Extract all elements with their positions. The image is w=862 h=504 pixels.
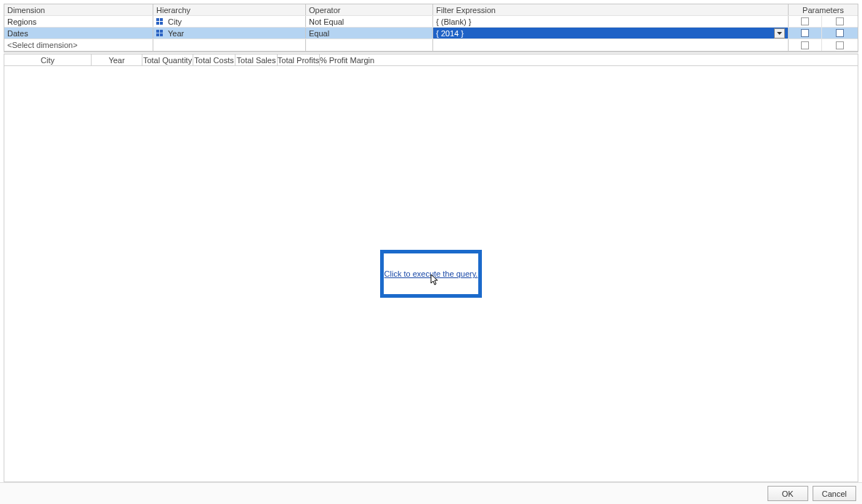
- cell-expression[interactable]: { (Blank) }: [433, 16, 789, 27]
- cancel-button[interactable]: Cancel: [813, 486, 856, 501]
- cell-operator-empty[interactable]: [306, 39, 433, 51]
- col-header-operator[interactable]: Operator: [306, 4, 433, 15]
- cell-param-check1[interactable]: [789, 28, 822, 38]
- col-total-sales[interactable]: Total Sales: [235, 54, 278, 65]
- svg-marker-0: [777, 32, 782, 35]
- cell-hierarchy-text: Year: [168, 29, 184, 38]
- dialog-root: Dimension Hierarchy Operator Filter Expr…: [0, 0, 862, 504]
- col-total-profits[interactable]: Total Profits: [278, 54, 320, 65]
- cell-hierarchy[interactable]: City: [153, 16, 306, 27]
- col-city[interactable]: City: [4, 54, 92, 65]
- cell-operator[interactable]: Not Equal: [306, 16, 433, 27]
- col-profit-margin[interactable]: % Profit Margin: [320, 54, 374, 65]
- cell-param-check1[interactable]: [789, 16, 822, 27]
- preview-pane: City Year Total Quantity Total Costs Tot…: [4, 54, 858, 482]
- cell-param-check2[interactable]: [822, 28, 858, 38]
- cell-expression-editor[interactable]: { 2014 }: [433, 28, 789, 38]
- checkbox-icon[interactable]: [801, 29, 809, 37]
- chevron-down-icon: [777, 32, 782, 35]
- col-total-costs[interactable]: Total Costs: [193, 54, 235, 65]
- cell-dimension[interactable]: Dates: [4, 28, 153, 38]
- cell-param-check1[interactable]: [789, 39, 822, 51]
- execute-box: Click to execute the query.: [380, 250, 482, 298]
- execute-query-text: Click to execute the query.: [384, 269, 478, 278]
- cell-expression-empty[interactable]: [433, 39, 789, 51]
- ok-button[interactable]: OK: [768, 486, 808, 501]
- col-total-quantity[interactable]: Total Quantity: [142, 54, 193, 65]
- col-year[interactable]: Year: [92, 54, 142, 65]
- cell-hierarchy-text: City: [168, 17, 182, 26]
- hierarchy-icon: [156, 18, 164, 25]
- cell-operator[interactable]: Equal: [306, 28, 433, 38]
- preview-columns: City Year Total Quantity Total Costs Tot…: [4, 54, 858, 66]
- expression-value: { 2014 }: [436, 29, 464, 38]
- execute-query-link[interactable]: Click to execute the query.: [384, 269, 478, 278]
- preview-body: Click to execute the query.: [4, 66, 858, 481]
- filter-grid: Dimension Hierarchy Operator Filter Expr…: [4, 4, 858, 52]
- filter-row-selected[interactable]: Dates Year Equal { 2014 }: [4, 28, 858, 39]
- dialog-footer: OK Cancel: [0, 482, 862, 504]
- col-header-expression[interactable]: Filter Expression: [433, 4, 789, 15]
- col-header-dimension[interactable]: Dimension: [4, 4, 153, 15]
- checkbox-icon[interactable]: [836, 29, 844, 37]
- dropdown-button[interactable]: [774, 28, 785, 38]
- cell-param-check2[interactable]: [822, 16, 858, 27]
- checkbox-icon[interactable]: [836, 41, 844, 49]
- cell-select-dimension[interactable]: <Select dimension>: [4, 39, 153, 51]
- filter-grid-header: Dimension Hierarchy Operator Filter Expr…: [4, 4, 858, 16]
- cell-param-check2[interactable]: [822, 39, 858, 51]
- filter-row[interactable]: Regions City Not Equal { (Blank) }: [4, 16, 858, 28]
- hierarchy-icon: [156, 30, 164, 37]
- cell-dimension[interactable]: Regions: [4, 16, 153, 27]
- cell-hierarchy[interactable]: Year: [153, 28, 306, 38]
- checkbox-icon[interactable]: [801, 41, 809, 49]
- filter-row-new[interactable]: <Select dimension>: [4, 39, 858, 51]
- cell-hierarchy-empty[interactable]: [153, 39, 306, 51]
- col-header-parameters[interactable]: Parameters: [789, 4, 858, 15]
- checkbox-icon[interactable]: [836, 17, 844, 25]
- checkbox-icon[interactable]: [801, 17, 809, 25]
- col-header-hierarchy[interactable]: Hierarchy: [153, 4, 306, 15]
